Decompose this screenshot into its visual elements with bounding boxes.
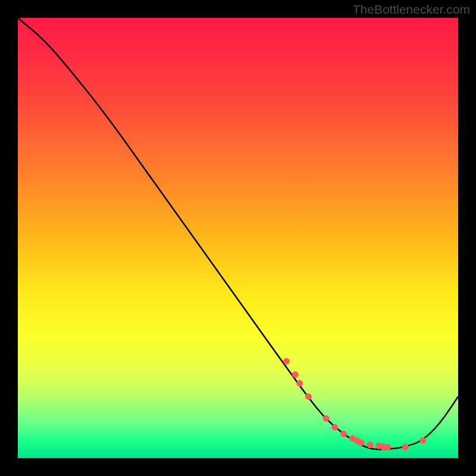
data-markers	[283, 358, 426, 450]
data-marker	[305, 393, 312, 400]
data-marker	[331, 424, 338, 431]
data-marker	[402, 444, 409, 450]
data-marker	[292, 371, 299, 378]
data-marker	[296, 380, 303, 387]
data-marker	[358, 440, 365, 446]
chart-svg	[18, 18, 458, 458]
data-marker	[323, 415, 330, 422]
data-marker	[384, 444, 391, 450]
data-marker	[283, 358, 290, 365]
data-marker	[340, 431, 347, 437]
attribution-text: TheBottlenecker.com	[353, 2, 470, 17]
data-marker	[419, 437, 426, 444]
data-marker	[367, 441, 374, 448]
curve-line	[18, 18, 458, 449]
